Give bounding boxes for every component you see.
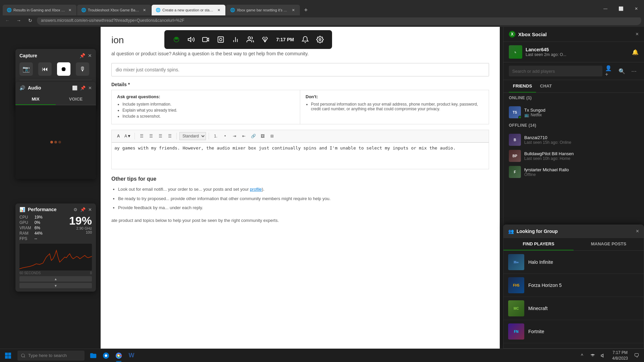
capture-close-icon[interactable]: ✕ <box>88 53 92 58</box>
xbox-social-header: X Xbox Social × <box>503 27 644 42</box>
toolbar-align-right[interactable]: ☰ <box>156 132 164 140</box>
taskbar-chrome-icon[interactable] <box>113 349 125 362</box>
toolbar-ordered-list[interactable]: 1. <box>212 132 220 140</box>
gamebar-xbox-icon[interactable] <box>259 34 271 46</box>
taskbar: Type here to search W ^ 7:17 PM 4/8/2023… <box>0 349 644 362</box>
gamebar-settings-icon[interactable] <box>314 34 326 46</box>
lfg-game-halo[interactable]: H∞ Halo Infinite <box>503 251 644 274</box>
gamebar-screenshot-icon[interactable] <box>215 34 227 46</box>
scroll-up-button[interactable]: ▲ <box>19 276 92 282</box>
svg-marker-21 <box>601 354 603 357</box>
mic-button[interactable]: 🎙 <box>76 62 89 76</box>
perf-left: CPU 19% GPU 0% VRAM 6% RAM 44% FPS -- <box>19 215 43 241</box>
capture-header-icons: 📌 ✕ <box>79 53 92 58</box>
audio-tab-mix[interactable]: MIX <box>15 94 56 105</box>
question-input[interactable] <box>111 63 489 76</box>
toolbar-link[interactable]: 🔗 <box>249 132 257 140</box>
dos-heading: Ask great questions: <box>117 94 294 99</box>
tab-close-2[interactable]: ✕ <box>142 7 147 13</box>
search-bar[interactable]: Search or add players <box>509 66 602 76</box>
toolbar-indent[interactable]: ⇥ <box>230 132 238 140</box>
taskbar-word-icon[interactable]: W <box>125 349 138 362</box>
notification-bell-icon[interactable]: 🔔 <box>632 49 639 55</box>
gamebar-camera-icon[interactable] <box>200 34 212 46</box>
taskbar-clock[interactable]: 7:17 PM 4/8/2023 <box>609 350 631 361</box>
donts-item-1: Post personal information such as your e… <box>311 102 483 111</box>
lancer-info: Lancer645 Last seen 2m ago: O... <box>526 47 629 57</box>
scroll-down-button[interactable]: ▼ <box>19 283 92 288</box>
start-button[interactable] <box>0 349 16 362</box>
style-select[interactable]: Standard <box>179 132 206 140</box>
toolbar-align-center[interactable]: ☰ <box>147 132 155 140</box>
body-textarea[interactable]: ay games with my friends. However, the a… <box>111 142 489 169</box>
gamebar-group-icon[interactable] <box>244 34 256 46</box>
toolbar-table[interactable]: ⊞ <box>268 132 276 140</box>
system-tray-expand[interactable]: ^ <box>577 349 587 362</box>
perf-close-icon[interactable]: ✕ <box>88 207 92 212</box>
chat-tab[interactable]: CHAT <box>536 80 556 93</box>
close-button[interactable]: ✕ <box>629 0 644 17</box>
taskbar-notification-center[interactable]: 🗨 <box>632 349 641 362</box>
bulldawg-avatar: BP <box>509 150 521 162</box>
toolbar-outdent[interactable]: ⇤ <box>240 132 248 140</box>
perf-pin-icon[interactable]: 📌 <box>80 207 86 212</box>
toolbar-image[interactable]: 🖼 <box>259 132 267 140</box>
details-label: Details * <box>111 82 489 87</box>
find-people-icon[interactable]: 🔍 <box>617 66 627 76</box>
tab-create-question[interactable]: 🌐 Create a new question or start a ... ✕ <box>152 5 225 15</box>
lfg-close-button[interactable]: × <box>636 228 639 234</box>
lfg-game-forza[interactable]: FH5 Forza Horizon 5 <box>503 274 644 297</box>
tab-xbox-gamebar[interactable]: 🌐 Xbox game bar resetting it's vol... ✕ <box>226 5 300 15</box>
audio-pin-icon[interactable]: 📌 <box>80 85 86 90</box>
network-icon[interactable] <box>588 349 597 362</box>
other-tips-title: Other tips for que <box>111 176 489 182</box>
gamebar-controller-icon[interactable] <box>170 34 182 46</box>
taskbar-search[interactable]: Type here to search <box>17 351 85 361</box>
tab-results-gaming[interactable]: 🌐 Results in Gaming and Xbox - M... ✕ <box>3 5 76 15</box>
tab-close-1[interactable]: ✕ <box>67 7 72 13</box>
profile-link[interactable]: profile <box>250 187 262 192</box>
more-options-icon[interactable]: ⋯ <box>629 66 639 76</box>
tab-troubleshoot[interactable]: 🌐 Troubleshoot Xbox Game Bar on ... ✕ <box>77 5 151 15</box>
lfg-game-fortnite[interactable]: FN Fortnite <box>503 320 644 343</box>
gamebar-chart-icon[interactable] <box>229 34 241 46</box>
gamebar-notification-icon[interactable] <box>299 34 311 46</box>
cpu-label: CPU <box>19 215 31 220</box>
audio-tab-voice[interactable]: VOICE <box>56 94 96 105</box>
toolbar-font-btn[interactable]: A <box>114 132 122 140</box>
taskbar-explorer-icon[interactable] <box>87 349 99 362</box>
add-friend-icon[interactable]: 👤+ <box>605 66 614 76</box>
screenshot-button[interactable]: 📷 <box>19 62 33 76</box>
tab-close-4[interactable]: ✕ <box>290 7 296 13</box>
new-tab-button[interactable]: + <box>301 5 311 15</box>
gamebar-volume-icon[interactable] <box>185 34 197 46</box>
capture-pin-icon[interactable]: 📌 <box>79 53 85 58</box>
taskbar-edge-icon[interactable] <box>100 349 112 362</box>
maximize-button[interactable]: ⬜ <box>613 0 629 17</box>
record-last-button[interactable]: ⏮ <box>38 62 52 76</box>
perf-chart-svg <box>19 244 92 270</box>
toolbar-align-left[interactable]: ☰ <box>138 132 146 140</box>
bulldawg-name: BulldawgPilot Bill Hansen <box>524 151 639 156</box>
toolbar-align-justify[interactable]: ☰ <box>166 132 174 140</box>
friend-banzai[interactable]: B Banzai2710 Last seen 15h ago: Online <box>503 132 644 148</box>
tab-close-3[interactable]: ✕ <box>216 7 221 13</box>
audio-close-icon[interactable]: ✕ <box>88 85 92 90</box>
lfg-game-minecraft[interactable]: MC Minecraft <box>503 297 644 320</box>
audio-popout-icon[interactable]: ⬜ <box>72 85 77 90</box>
friend-fyrstarter[interactable]: F fyrstarter Michael Rallo Offline <box>503 164 644 180</box>
vram-label: VRAM <box>19 226 31 230</box>
lfg-manage-posts-tab[interactable]: MANAGE POSTS <box>574 238 644 250</box>
volume-icon[interactable] <box>599 349 608 362</box>
record-button[interactable]: ⏺ <box>57 62 70 76</box>
toolbar-color-btn[interactable]: A▼ <box>124 132 132 140</box>
lfg-find-players-tab[interactable]: FIND PLAYERS <box>503 238 574 250</box>
friend-tx-sungod[interactable]: TS Tx Sungod 📺 Netflix <box>503 104 644 120</box>
perf-settings-icon[interactable]: ⚙ <box>73 207 77 212</box>
friend-bulldawg[interactable]: BP BulldawgPilot Bill Hansen Last seen 1… <box>503 148 644 164</box>
xbox-social-close-button[interactable]: × <box>636 31 639 37</box>
lfg-game-lol[interactable]: LoL League of Legends <box>503 343 644 344</box>
friends-tab[interactable]: FRIENDS <box>509 80 536 93</box>
toolbar-unordered-list[interactable]: • <box>221 132 229 140</box>
minimize-button[interactable]: — <box>598 0 613 17</box>
